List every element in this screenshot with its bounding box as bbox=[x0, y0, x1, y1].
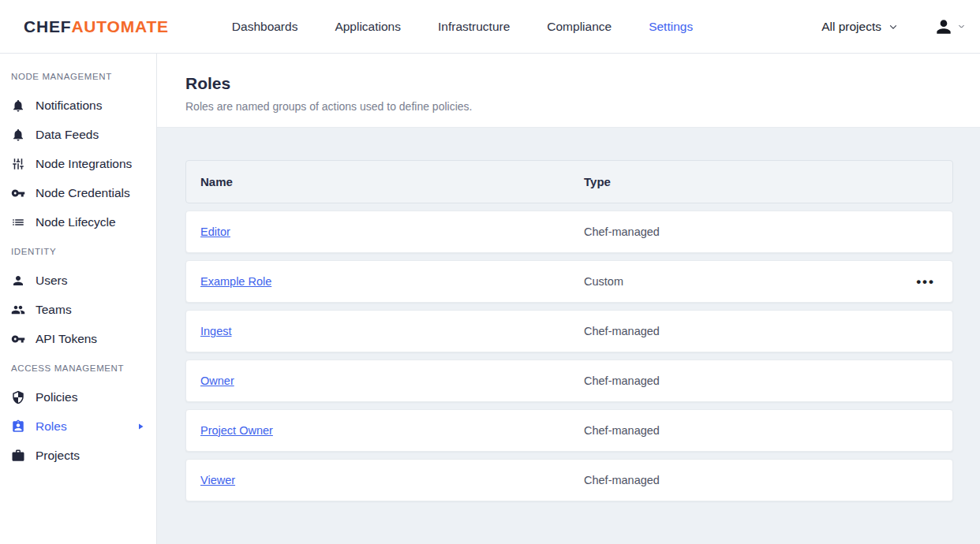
nav-item-compliance[interactable]: Compliance bbox=[547, 20, 612, 34]
row-menu-button[interactable]: ••• bbox=[910, 270, 941, 293]
sliders-icon bbox=[11, 157, 25, 171]
role-name-link[interactable]: Viewer bbox=[200, 474, 235, 486]
project-filter-dropdown[interactable]: All projects bbox=[821, 20, 899, 34]
sidebar-section-label-access-management: ACCESS MANAGEMENT bbox=[0, 353, 156, 382]
primary-nav: DashboardsApplicationsInfrastructureComp… bbox=[232, 20, 693, 34]
sidebar-item-projects[interactable]: Projects bbox=[0, 441, 156, 470]
list-icon bbox=[11, 215, 25, 229]
page-subtitle: Roles are named groups of actions used t… bbox=[185, 100, 952, 113]
page-title: Roles bbox=[185, 74, 952, 93]
topbar-right-controls: All projects bbox=[821, 17, 966, 37]
shield-icon bbox=[11, 390, 25, 404]
nav-item-infrastructure[interactable]: Infrastructure bbox=[438, 20, 510, 34]
sidebar-section-label-node-management: NODE MANAGEMENT bbox=[0, 61, 156, 91]
settings-sidebar: NODE MANAGEMENT Notifications Data Feeds… bbox=[0, 54, 157, 544]
sidebar-item-roles[interactable]: Roles bbox=[0, 412, 156, 441]
sidebar-item-teams[interactable]: Teams bbox=[0, 295, 156, 324]
key-icon bbox=[11, 186, 25, 200]
role-name-link[interactable]: Example Role bbox=[200, 275, 271, 288]
bell-icon bbox=[11, 128, 25, 142]
key-icon bbox=[11, 332, 25, 346]
user-avatar-icon bbox=[933, 17, 954, 37]
triangle-right-icon bbox=[136, 422, 145, 431]
role-name-cell: Project Owner bbox=[186, 423, 273, 438]
table-row-editor: Editor Chef-managed ••• bbox=[185, 211, 953, 253]
roles-table: Name Type Editor Chef-managed ••• Exampl… bbox=[185, 160, 953, 501]
table-row-example-role: Example Role Custom ••• bbox=[185, 260, 953, 303]
roles-table-container: Name Type Editor Chef-managed ••• Exampl… bbox=[157, 128, 980, 501]
role-type-cell: Chef-managed bbox=[584, 424, 660, 437]
sidebar-item-users[interactable]: Users bbox=[0, 266, 156, 295]
chef-automate-logo[interactable]: CHEFAUTOMATE bbox=[24, 17, 169, 36]
role-name-cell: Owner bbox=[186, 374, 234, 388]
chevron-down-icon bbox=[888, 21, 899, 32]
badge-icon bbox=[11, 419, 25, 434]
logo-automate-text: AUTOMATE bbox=[71, 17, 168, 35]
column-header-type: Type bbox=[584, 175, 611, 188]
table-header-row: Name Type bbox=[185, 160, 953, 203]
sidebar-item-node-lifecycle[interactable]: Node Lifecycle bbox=[0, 207, 156, 237]
nav-item-applications[interactable]: Applications bbox=[335, 20, 401, 34]
chevron-down-icon bbox=[957, 22, 966, 31]
user-menu[interactable] bbox=[933, 17, 966, 37]
role-name-cell: Ingest bbox=[186, 324, 232, 338]
user-icon bbox=[11, 274, 25, 288]
bell-icon bbox=[11, 99, 25, 113]
top-navigation-bar: CHEFAUTOMATE DashboardsApplicationsInfra… bbox=[0, 0, 980, 54]
sidebar-item-data-feeds[interactable]: Data Feeds bbox=[0, 120, 156, 149]
column-header-name: Name bbox=[186, 175, 233, 188]
role-name-link[interactable]: Editor bbox=[200, 225, 230, 238]
page-header: Roles Roles are named groups of actions … bbox=[157, 54, 980, 128]
sidebar-section-label-identity: IDENTITY bbox=[0, 237, 156, 266]
table-row-project-owner: Project Owner Chef-managed ••• bbox=[185, 409, 953, 452]
sidebar-item-api-tokens[interactable]: API Tokens bbox=[0, 324, 156, 353]
project-filter-label: All projects bbox=[821, 20, 881, 34]
role-name-cell: Editor bbox=[186, 225, 230, 239]
role-name-link[interactable]: Owner bbox=[200, 374, 234, 387]
table-body: Editor Chef-managed ••• Example Role Cus… bbox=[185, 211, 953, 501]
sidebar-item-notifications[interactable]: Notifications bbox=[0, 91, 156, 120]
role-name-cell: Example Role bbox=[186, 274, 271, 289]
role-type-cell: Custom bbox=[584, 275, 623, 288]
role-type-cell: Chef-managed bbox=[584, 325, 660, 337]
role-type-cell: Chef-managed bbox=[584, 474, 660, 486]
users-icon bbox=[11, 303, 25, 317]
table-row-owner: Owner Chef-managed ••• bbox=[185, 360, 953, 402]
briefcase-icon bbox=[11, 449, 25, 463]
table-row-viewer: Viewer Chef-managed ••• bbox=[185, 459, 953, 501]
role-name-cell: Viewer bbox=[186, 473, 235, 487]
table-row-ingest: Ingest Chef-managed ••• bbox=[185, 310, 953, 352]
sidebar-item-policies[interactable]: Policies bbox=[0, 382, 156, 412]
role-name-link[interactable]: Project Owner bbox=[200, 424, 273, 437]
sidebar-item-node-credentials[interactable]: Node Credentials bbox=[0, 178, 156, 207]
nav-item-settings[interactable]: Settings bbox=[649, 20, 693, 34]
nav-item-dashboards[interactable]: Dashboards bbox=[232, 20, 298, 34]
sidebar-item-node-integrations[interactable]: Node Integrations bbox=[0, 149, 156, 178]
role-type-cell: Chef-managed bbox=[584, 374, 660, 387]
role-name-link[interactable]: Ingest bbox=[200, 325, 232, 337]
logo-chef-text: CHEF bbox=[24, 17, 71, 35]
main-content: Roles Roles are named groups of actions … bbox=[157, 54, 980, 544]
role-type-cell: Chef-managed bbox=[584, 225, 660, 238]
